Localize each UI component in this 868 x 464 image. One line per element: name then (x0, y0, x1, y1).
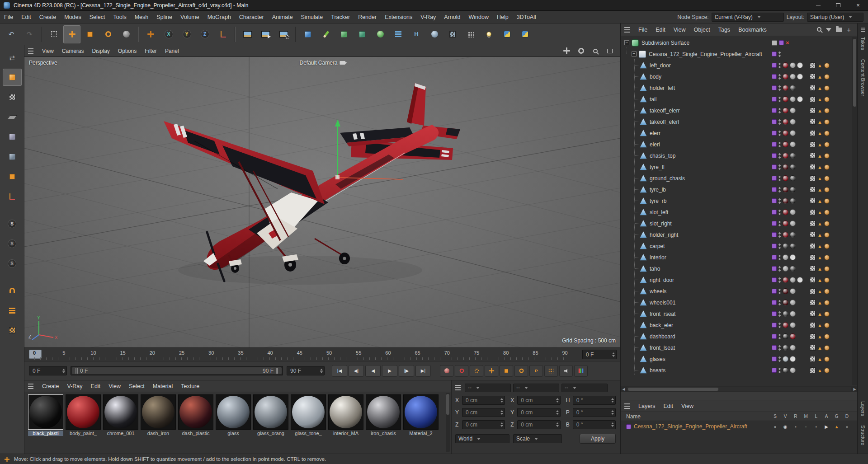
jump-end-button[interactable]: ▶| (415, 365, 431, 377)
layer-color-chip[interactable] (772, 63, 777, 68)
visibility-dots-icon[interactable] (778, 288, 781, 295)
size-z-field[interactable]: 0 cm (517, 420, 560, 429)
selection-tag-icon[interactable] (824, 63, 830, 68)
selection-tag-icon[interactable] (824, 97, 830, 102)
lock-z-axis-button[interactable]: Z (196, 25, 213, 43)
texture-tag-icon[interactable] (783, 243, 788, 249)
panel-divider[interactable] (621, 392, 858, 400)
menu-spline[interactable]: Spline (152, 11, 176, 23)
points-mode-button[interactable] (3, 128, 22, 145)
layer-color-chip[interactable] (772, 334, 777, 339)
layer-color-chip[interactable] (772, 108, 777, 113)
object-row-front-lseat[interactable]: front_lseat▲ (621, 342, 858, 353)
texture-tag-icon[interactable] (790, 288, 796, 294)
texture-tag-icon[interactable] (790, 254, 796, 260)
workplane-snap-button[interactable] (3, 322, 22, 339)
layer-color-chip[interactable] (772, 198, 777, 203)
minimize-button[interactable] (808, 0, 828, 10)
layer-color-chip[interactable] (772, 142, 777, 147)
model-mode-button[interactable] (3, 69, 22, 86)
selection-tag-icon[interactable] (824, 153, 830, 159)
layer-color-chip[interactable] (772, 176, 777, 181)
visibility-dots-icon[interactable] (778, 254, 781, 261)
scrollbar-thumb[interactable] (628, 388, 718, 391)
visibility-dots-icon[interactable] (778, 51, 781, 57)
selection-tag-icon[interactable] (824, 356, 830, 362)
dock-tab-structure[interactable]: Structure (860, 425, 866, 445)
selection-tag-icon[interactable] (824, 187, 830, 192)
uvw-tag-icon[interactable] (810, 300, 816, 305)
render-settings-button[interactable] (275, 25, 292, 43)
material-material-2[interactable]: Material_2 (403, 394, 439, 436)
texture-tag-icon[interactable] (783, 288, 788, 294)
object-row-wheels001[interactable]: wheels001▲ (621, 297, 858, 308)
viewport-menu-panel[interactable]: Panel (161, 45, 183, 56)
object-row-takeoff-elerl[interactable]: takeoff_elerl▲ (621, 116, 858, 127)
selection-tag-icon[interactable] (824, 289, 830, 294)
field-button[interactable] (444, 25, 461, 43)
phong-tag-icon[interactable]: ▲ (817, 142, 822, 147)
phong-tag-icon[interactable]: ▲ (817, 187, 822, 192)
uvw-tag-icon[interactable] (810, 187, 816, 192)
lock-icon[interactable]: ▪ (813, 424, 820, 429)
phong-tag-icon[interactable]: ▲ (817, 97, 822, 102)
record-parameter-toggle[interactable]: P (529, 365, 543, 377)
maximize-button[interactable] (828, 0, 848, 10)
visibility-dots-icon[interactable] (778, 243, 781, 249)
layer-color-chip[interactable] (772, 300, 777, 305)
texture-tag-icon[interactable] (790, 85, 796, 91)
edges-mode-button[interactable] (3, 148, 22, 165)
texture-tag-icon[interactable] (783, 356, 788, 362)
render-picture-viewer-button[interactable] (257, 25, 274, 43)
record-scale-toggle[interactable] (500, 365, 513, 377)
subdivision-surface-button[interactable] (335, 25, 353, 43)
position-x-field[interactable]: 0 cm (462, 396, 505, 405)
uvw-tag-icon[interactable] (810, 322, 816, 328)
menu-3dtoall[interactable]: 3DToAll (513, 11, 540, 23)
menu-help[interactable]: Help (493, 11, 513, 23)
panel-menu-icon[interactable] (624, 27, 630, 33)
size-x-field[interactable]: 0 cm (517, 396, 560, 405)
texture-tag-icon[interactable] (790, 232, 796, 238)
texture-tag-icon[interactable] (790, 96, 796, 102)
texture-tag-icon[interactable] (797, 62, 803, 68)
selection-tag-icon[interactable] (824, 176, 830, 181)
record-position-toggle[interactable] (485, 365, 498, 377)
texture-tag-icon[interactable] (783, 187, 788, 192)
layer-color-chip[interactable] (772, 74, 777, 79)
layer-color-chip[interactable] (772, 266, 777, 271)
scale-tool[interactable] (81, 25, 99, 43)
jump-start-button[interactable]: |◀ (332, 365, 347, 377)
object-row-tyre-rb[interactable]: tyre_rb▲ (621, 195, 858, 206)
position-y-field[interactable]: 0 cm (462, 408, 505, 417)
uvw-tag-icon[interactable] (810, 367, 816, 373)
texture-tag-icon[interactable] (783, 322, 788, 328)
phong-tag-icon[interactable]: ▲ (817, 198, 822, 204)
material-black-plasti[interactable]: black_plasti (28, 394, 64, 436)
selection-tag-icon[interactable] (824, 368, 830, 373)
texture-tag-icon[interactable] (783, 333, 788, 339)
material-menu-texture[interactable]: Texture (177, 380, 203, 392)
selection-tag-icon[interactable] (824, 164, 830, 170)
menu-volume[interactable]: Volume (176, 11, 203, 23)
layer-color-chip[interactable] (772, 153, 777, 158)
object-row-elerr[interactable]: elerr▲ (621, 127, 858, 139)
viewport-menu-options[interactable]: Options (114, 45, 141, 56)
phong-tag-icon[interactable]: ▲ (817, 153, 822, 159)
visibility-dots-icon[interactable] (778, 322, 781, 328)
phong-tag-icon[interactable]: ▲ (817, 323, 822, 328)
coordinate-filter-3[interactable]: -- (561, 384, 608, 392)
uvw-tag-icon[interactable] (810, 153, 816, 159)
viewport-menu-display[interactable]: Display (88, 45, 113, 56)
layer-color-chip[interactable] (772, 345, 777, 350)
record-pla-toggle[interactable] (544, 365, 558, 377)
texture-tag-icon[interactable] (783, 220, 788, 226)
python-button[interactable] (498, 25, 515, 43)
visibility-dots-icon[interactable] (778, 84, 781, 91)
generator-button[interactable] (354, 25, 371, 43)
layer-color-chip[interactable] (772, 289, 777, 294)
preview-range-slider[interactable]: 0 F 90 F (71, 366, 283, 375)
uvw-tag-icon[interactable] (810, 108, 816, 113)
visibility-dots-icon[interactable] (778, 62, 781, 69)
selection-tag-icon[interactable] (824, 277, 830, 283)
